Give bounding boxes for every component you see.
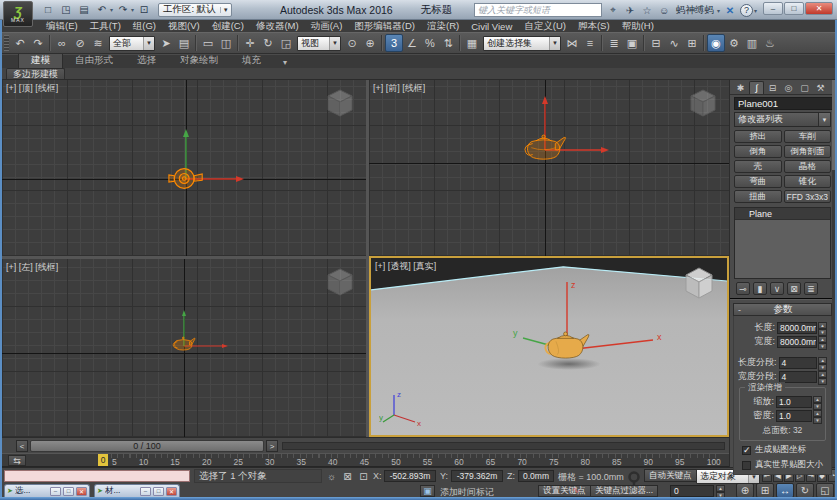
maximize-button[interactable]: □: [784, 2, 804, 15]
modifier-button-bevel[interactable]: 倒角: [734, 145, 782, 158]
modifier-button-lathe[interactable]: 车削: [784, 130, 832, 143]
current-frame-field[interactable]: 0: [670, 485, 714, 497]
modifier-button-twist[interactable]: 扭曲: [734, 190, 782, 203]
track-bar-ruler[interactable]: 0 510 1520 2530 3540 4550 5560 6570 7580…: [98, 454, 721, 466]
user-avatar-icon[interactable]: ☺: [657, 5, 671, 16]
project-folder-icon[interactable]: ⊡: [136, 2, 152, 17]
teapot-object-front-view[interactable]: [521, 131, 569, 163]
viewport-perspective-active[interactable]: [+] [透视] [真实] z x y: [369, 256, 729, 437]
scene-explorer-icon[interactable]: ⊟: [647, 34, 665, 52]
remove-modifier-icon[interactable]: ⊠: [787, 282, 801, 295]
length-segs-spinner[interactable]: ▲▼: [818, 357, 827, 369]
schematic-view-icon[interactable]: ⊞: [683, 34, 701, 52]
window-crossing-icon[interactable]: ◫: [217, 34, 235, 52]
close-icon[interactable]: ✕: [166, 487, 177, 496]
isolate-selection-icon[interactable]: ☼: [324, 469, 339, 483]
bind-to-space-warp-icon[interactable]: ≋: [89, 34, 107, 52]
mirror-icon[interactable]: ⋈: [563, 34, 581, 52]
ribbon-tab-populate[interactable]: 填充: [230, 53, 273, 68]
workspace-dropdown[interactable]: 工作区: 默认 ▼: [158, 3, 232, 17]
menu-modifiers[interactable]: 修改器(M): [250, 20, 305, 33]
close-icon[interactable]: ✕: [76, 487, 87, 496]
material-editor-icon[interactable]: ◉: [707, 34, 725, 52]
scale-field[interactable]: 1.0: [776, 396, 812, 408]
stack-item-plane[interactable]: Plane: [735, 208, 830, 220]
rollout-collapse-icon[interactable]: -: [734, 305, 745, 315]
viewport-label-front[interactable]: [+] [前] [线框]: [373, 82, 425, 95]
search-history-icon[interactable]: ⌖: [606, 4, 620, 16]
open-file-icon[interactable]: ◳: [58, 2, 74, 17]
restore-icon[interactable]: □: [153, 487, 164, 496]
menu-create[interactable]: 创建(C): [206, 20, 250, 33]
viewcube[interactable]: [679, 264, 719, 300]
close-button[interactable]: ✕: [805, 2, 833, 15]
new-scene-icon[interactable]: □: [40, 2, 56, 17]
select-by-name-icon[interactable]: ▤: [175, 34, 193, 52]
redo-icon[interactable]: ↷: [29, 34, 47, 52]
ribbon-tab-object-paint[interactable]: 对象绘制: [168, 53, 230, 68]
username[interactable]: 蚂神缚蚂: [676, 4, 714, 17]
width-spinner[interactable]: ▲▼: [818, 336, 827, 348]
selection-range-icon[interactable]: ⇆: [8, 455, 26, 466]
parameters-rollout-header[interactable]: - 参数: [733, 303, 832, 316]
redo-icon[interactable]: ↷: [115, 2, 131, 17]
density-spinner[interactable]: ▲▼: [813, 410, 822, 422]
minimized-window-material-editor[interactable]: ➤ 材... – □ ✕: [94, 484, 180, 497]
menu-views[interactable]: 视图(V): [162, 20, 206, 33]
modifier-button-ffd[interactable]: FFD 3x3x3: [784, 190, 832, 203]
ribbon-tab-modeling[interactable]: 建模: [18, 52, 63, 68]
polygon-modeling-panel-button[interactable]: 多边形建模: [6, 68, 65, 79]
create-tab-icon[interactable]: ✱: [733, 81, 748, 94]
modifier-button-bend[interactable]: 弯曲: [734, 175, 782, 188]
motion-tab-icon[interactable]: ◎: [781, 81, 796, 94]
render-setup-icon[interactable]: ⚙: [725, 34, 743, 52]
configure-modifier-sets-icon[interactable]: ≣: [804, 282, 818, 295]
next-frame-arrow[interactable]: >: [266, 440, 278, 452]
graphite-ribbon-toggle-icon[interactable]: ▣: [623, 34, 641, 52]
teapot-object[interactable]: [541, 328, 593, 362]
pin-stack-icon[interactable]: ⊸: [736, 282, 750, 295]
ribbon-tab-freeform[interactable]: 自由形式: [63, 53, 125, 68]
teapot-object-left-view[interactable]: [171, 335, 197, 352]
layer-manager-icon[interactable]: ≣: [605, 34, 623, 52]
width-segs-field[interactable]: 4: [779, 371, 818, 383]
make-unique-icon[interactable]: ∨: [770, 282, 784, 295]
show-end-result-icon[interactable]: ▮: [753, 282, 767, 295]
modify-tab-icon[interactable]: ∫: [749, 81, 764, 94]
frame-spinner[interactable]: ▲▼: [716, 485, 725, 497]
modifier-list-dropdown[interactable]: 修改器列表 ▼: [734, 112, 831, 127]
menu-graph-editors[interactable]: 图形编辑器(D): [348, 20, 421, 33]
select-object-icon[interactable]: ➤: [157, 34, 175, 52]
restore-icon[interactable]: □: [63, 487, 74, 496]
scale-spinner[interactable]: ▲▼: [813, 396, 822, 408]
minimize-icon[interactable]: –: [50, 487, 61, 496]
viewport-left[interactable]: [+] [左] [线框]: [2, 259, 366, 437]
menu-scripting[interactable]: 脚本(S): [572, 20, 616, 33]
exchange-apps-icon[interactable]: ✕: [723, 5, 737, 16]
toolbar-drag-handle[interactable]: [4, 35, 9, 51]
reference-coordinate-dropdown[interactable]: 视图 ▼: [297, 36, 341, 51]
rendered-frame-window-icon[interactable]: ▥: [743, 34, 761, 52]
viewport-top[interactable]: [+] [顶] [线框]: [2, 80, 366, 256]
real-world-map-size-checkbox[interactable]: [742, 461, 751, 470]
named-selection-set-dropdown[interactable]: 创建选择集 ▼: [483, 36, 561, 51]
key-filters-button[interactable]: 关键点过滤器...: [590, 485, 658, 497]
menu-animation[interactable]: 动画(A): [305, 20, 349, 33]
menu-tools[interactable]: 工具(T): [84, 20, 127, 33]
undo-icon[interactable]: ↶: [11, 34, 29, 52]
modifier-button-shell[interactable]: 壳: [734, 160, 782, 173]
length-field[interactable]: 8000.0mm: [777, 322, 817, 334]
selection-lock-icon[interactable]: ⊠: [340, 469, 355, 483]
percent-snap-icon[interactable]: %: [421, 34, 439, 52]
select-and-link-icon[interactable]: ∞: [53, 34, 71, 52]
ribbon-tab-selection[interactable]: 选择: [125, 53, 168, 68]
rectangular-selection-region-icon[interactable]: ▭: [199, 34, 217, 52]
set-key-button[interactable]: 设置关键点: [538, 485, 591, 497]
viewport-label-left[interactable]: [+] [左] [线框]: [6, 261, 58, 274]
help-caret-icon[interactable]: ▾: [754, 7, 757, 14]
viewcube[interactable]: [322, 86, 358, 118]
modifier-stack[interactable]: Plane: [734, 207, 831, 279]
time-slider-track[interactable]: [282, 442, 725, 450]
length-spinner[interactable]: ▲▼: [818, 322, 827, 334]
track-bar[interactable]: ⇆ 0 510 1520 2530 3540 4550 5560 6570 75…: [2, 453, 729, 467]
